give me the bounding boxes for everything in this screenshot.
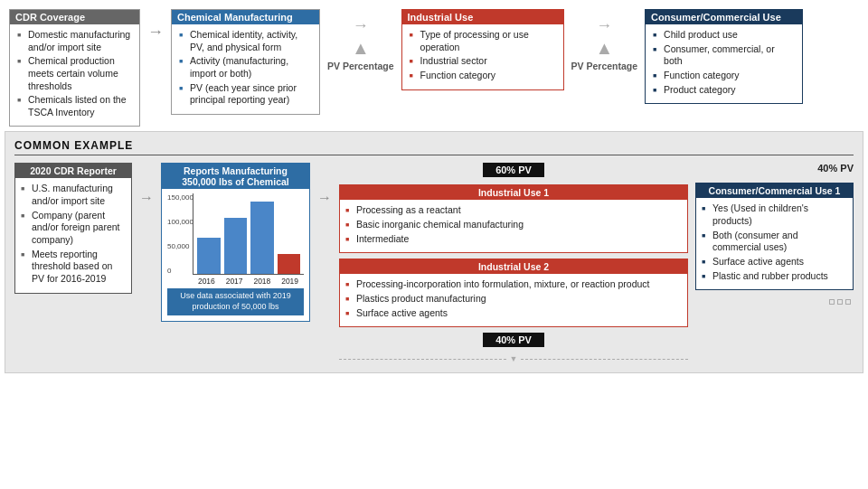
consumer-list: Child product use Consumer, commercial, … xyxy=(653,29,795,96)
iu2-item-1: Processing-incorporation into formulatio… xyxy=(345,278,682,291)
industrial-use2-list: Processing-incorporation into formulatio… xyxy=(345,278,682,319)
bar-2017 xyxy=(224,218,248,274)
iu2-item-3: Surface active agents xyxy=(345,307,682,320)
industrial-use1-title: Industrial Use 1 xyxy=(340,185,687,200)
cu1-item-3: Surface active agents xyxy=(702,256,847,268)
chem-box: Chemical Manufacturing Chemical identity… xyxy=(171,9,320,115)
bars-area xyxy=(193,193,304,275)
cdr-item-3: Chemicals listed on the TSCA Inventory xyxy=(17,94,132,118)
dash-dot-3 xyxy=(845,299,851,305)
y-0: 0 xyxy=(167,267,193,275)
top-section: CDR Coverage Domestic manufacturing and/… xyxy=(0,0,868,131)
industrial-use1-list: Processing as a reactant Basic inorganic… xyxy=(345,204,682,245)
pv-consumer-connector: → ▲ PV Percentage xyxy=(571,9,638,71)
cdr-box: CDR Coverage Domestic manufacturing and/… xyxy=(9,9,140,127)
industrial-use1-box: Industrial Use 1 Processing as a reactan… xyxy=(339,184,688,253)
bottom-content: 2020 CDR Reporter U.S. manufacturing and… xyxy=(14,163,854,363)
consumer-item-1: Child product use xyxy=(653,29,795,42)
chart-caption: Use data associated with 2019 production… xyxy=(167,288,304,315)
reporter-item-3: Meets reporting threshold based on PV fo… xyxy=(21,249,126,286)
year-2018: 2018 xyxy=(253,277,270,286)
cdr-item-1: Domestic manufacturing and/or import sit… xyxy=(17,29,132,53)
y-50k: 50,000 xyxy=(167,242,193,250)
cu1-item-4: Plastic and rubber products xyxy=(702,270,847,283)
dashed-right-row xyxy=(829,299,854,305)
industrial-list: Type of processing or use operation Indu… xyxy=(410,29,556,82)
pv-60-badge: 60% PV xyxy=(483,163,544,177)
reporter-item-2: Company (parent and/or foreign parent co… xyxy=(21,210,126,247)
cdr-list: Domestic manufacturing and/or import sit… xyxy=(17,29,132,118)
chem-item-3: PV (each year since prior principal repo… xyxy=(179,82,312,107)
arrow-chart-industrial: → xyxy=(317,163,332,206)
industrial-box: Industrial Use Type of processing or use… xyxy=(401,9,564,90)
consumer-box-top: Consumer/Commercial Use Child product us… xyxy=(645,9,803,104)
consumer-title: Consumer/Commercial Use xyxy=(646,10,802,24)
consumer-use1-title: Consumer/Commercial Use 1 xyxy=(696,183,853,198)
dashed-line-right xyxy=(521,359,688,360)
reporter-list: U.S. manufacturing and/or import site Co… xyxy=(21,183,126,285)
dashed-row: ▼ xyxy=(339,354,688,363)
reporter-title: 2020 CDR Reporter xyxy=(15,164,131,178)
bar-2018 xyxy=(250,202,274,274)
consumer-use1-list: Yes (Used in children's products) Both (… xyxy=(702,202,847,282)
cdr-title: CDR Coverage xyxy=(10,10,139,24)
year-2016: 2016 xyxy=(198,277,215,286)
dash-dot-2 xyxy=(837,299,843,305)
industrial-item-3: Function category xyxy=(410,70,556,82)
chem-item-2: Activity (manufacturing, import or both) xyxy=(179,55,312,80)
chart-title: Reports Manufacturing 350,000 lbs of Che… xyxy=(162,164,309,189)
y-axis: 0 50,000 100,000 150,000 xyxy=(167,193,193,275)
pv-industrial-connector: → ▲ PV Percentage xyxy=(327,9,394,71)
industrial-use2-box: Industrial Use 2 Processing-incorporatio… xyxy=(339,259,688,327)
y-100k: 100,000 xyxy=(167,218,193,226)
pv-top-container: 60% PV xyxy=(339,163,688,177)
iu1-item-2: Basic inorganic chemical manufacturing xyxy=(345,219,682,231)
common-example-title: COMMON EXAMPLE xyxy=(14,139,854,155)
bottom-section: COMMON EXAMPLE 2020 CDR Reporter U.S. ma… xyxy=(5,131,863,373)
pv-bottom-container: 40% PV xyxy=(339,333,688,347)
chem-list: Chemical identity, activity, PV, and phy… xyxy=(179,29,312,107)
year-2019: 2019 xyxy=(281,277,298,286)
consumer-use1-box: Consumer/Commercial Use 1 Yes (Used in c… xyxy=(695,183,854,290)
consumer-item-4: Product category xyxy=(653,84,795,97)
pv-label-industrial: PV Percentage xyxy=(327,61,394,71)
pv-label-consumer: PV Percentage xyxy=(571,61,638,71)
dashed-line-left xyxy=(339,359,506,360)
x-axis-labels: 2016 2017 2018 2019 xyxy=(193,277,304,286)
iu1-item-3: Intermediate xyxy=(345,233,682,246)
arrow-cdr-chem: → xyxy=(147,9,164,42)
consumer-item-3: Function category xyxy=(653,70,795,82)
bar-2019 xyxy=(278,254,301,274)
chart-area: 0 50,000 100,000 150,000 2016 2017 2018 … xyxy=(167,193,304,286)
consumer-item-2: Consumer, commercial, or both xyxy=(653,43,795,68)
dash-dot-1 xyxy=(829,299,835,305)
pv-up-arrow-industrial: ▲ xyxy=(327,39,394,57)
chem-item-1: Chemical identity, activity, PV, and phy… xyxy=(179,29,312,53)
industrial-title: Industrial Use xyxy=(402,10,563,24)
industrial-column: 60% PV Industrial Use 1 Processing as a … xyxy=(339,163,688,363)
iu1-item-1: Processing as a reactant xyxy=(345,204,682,217)
iu2-item-2: Plastics product manufacturing xyxy=(345,293,682,306)
chart-box: Reports Manufacturing 350,000 lbs of Che… xyxy=(161,163,310,321)
cu1-item-2: Both (consumer and commercial uses) xyxy=(702,230,847,254)
pv-40-badge: 40% PV xyxy=(483,333,544,347)
industrial-item-2: Industrial sector xyxy=(410,55,556,68)
cu1-item-1: Yes (Used in children's products) xyxy=(702,202,847,227)
industrial-item-1: Type of processing or use operation xyxy=(410,29,556,53)
arrow-reporter-chart: → xyxy=(139,163,154,206)
pv-40-right: 40% PV xyxy=(817,163,854,174)
cdr-item-2: Chemical production meets certain volume… xyxy=(17,55,132,92)
bar-2016 xyxy=(197,238,221,274)
year-2017: 2017 xyxy=(226,277,243,286)
chem-title: Chemical Manufacturing xyxy=(172,10,319,24)
pv-up-arrow-consumer: ▲ xyxy=(571,39,638,57)
reporter-item-1: U.S. manufacturing and/or import site xyxy=(21,183,126,207)
industrial-use2-title: Industrial Use 2 xyxy=(340,259,687,274)
consumer-column: 40% PV Consumer/Commercial Use 1 Yes (Us… xyxy=(695,163,854,305)
reporter-box: 2020 CDR Reporter U.S. manufacturing and… xyxy=(14,163,132,293)
y-150k: 150,000 xyxy=(167,193,193,202)
